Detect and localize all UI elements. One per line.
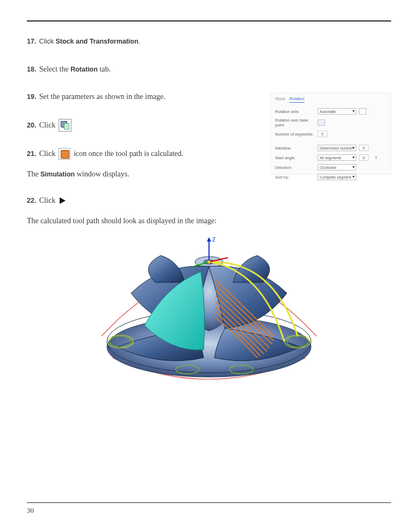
tab-stock[interactable]: Stock	[275, 96, 285, 103]
label-num-segments: Number of segments:	[275, 132, 315, 137]
bottom-rule	[27, 502, 391, 503]
tab-rotation[interactable]: Rotation	[290, 96, 305, 103]
row-rotation-axis: Rotation axis: Automatic	[275, 108, 386, 115]
select-direction[interactable]: Clockwise	[318, 164, 356, 171]
row-machine: Machine: Determined number 5	[275, 145, 386, 151]
toolpath-icon	[59, 148, 70, 160]
select-machine[interactable]: Determined number	[318, 145, 356, 151]
step-18: 18. Select the Rotation tab.	[27, 63, 391, 75]
impeller-svg: Z	[80, 234, 338, 395]
row-num-segments: Number of segments: 5	[275, 131, 386, 137]
step-17: 17. Click Stock and Transformation.	[27, 36, 391, 47]
input-num-segments[interactable]: 5	[318, 131, 327, 137]
top-rule	[27, 20, 391, 22]
label-machine: Machine:	[275, 146, 315, 151]
select-start-angle[interactable]: All segments	[318, 154, 356, 161]
row-sort-by: Sort by: Complete segment	[275, 174, 386, 180]
axis-z-label: Z	[212, 237, 215, 243]
simulation-image: Z	[80, 234, 338, 395]
step-number: 21.	[27, 150, 36, 158]
rotation-panel: Stock Rotation Rotation axis: Automatic …	[270, 93, 391, 174]
label-rotation-axis: Rotation axis:	[275, 109, 315, 114]
step-number: 19.	[27, 93, 36, 101]
label-start-angle: Start angle:	[275, 155, 315, 160]
row-direction: Direction: Clockwise	[275, 164, 386, 171]
step-number: 17.	[27, 38, 36, 45]
panel-tabs: Stock Rotation	[275, 96, 386, 103]
svg-point-14	[207, 260, 211, 264]
step-number: 20.	[27, 122, 36, 129]
label-sort-by: Sort by:	[275, 175, 315, 180]
base-point-box[interactable]	[318, 119, 325, 126]
page-number: 30	[27, 506, 391, 515]
document-page: 17. Click Stock and Transformation. 18. …	[0, 0, 418, 532]
step-22: 22. Click	[27, 195, 391, 207]
calculate-icon	[59, 119, 71, 132]
step-number: 18.	[27, 66, 36, 73]
step-number: 22.	[27, 197, 36, 204]
pick-axis-button[interactable]	[359, 108, 366, 115]
label-rotation-base: Rotation axis base point:	[275, 118, 315, 127]
label-direction: Direction:	[275, 165, 315, 170]
calculated-line: The calculated tool path should look as …	[27, 215, 391, 226]
text-start-count: 1	[371, 154, 381, 161]
page-footer: 30	[27, 502, 391, 515]
select-rotation-axis[interactable]: Automatic	[318, 108, 356, 115]
svg-marker-11	[207, 237, 211, 242]
input-machine-count[interactable]: 5	[359, 145, 369, 151]
row-rotation-base: Rotation axis base point:	[275, 118, 386, 127]
input-start-angle[interactable]: 0	[359, 154, 369, 161]
select-sort-by[interactable]: Complete segment	[318, 174, 356, 180]
row-start-angle: Start angle: All segments 0 1	[275, 154, 386, 161]
play-icon	[60, 197, 66, 204]
